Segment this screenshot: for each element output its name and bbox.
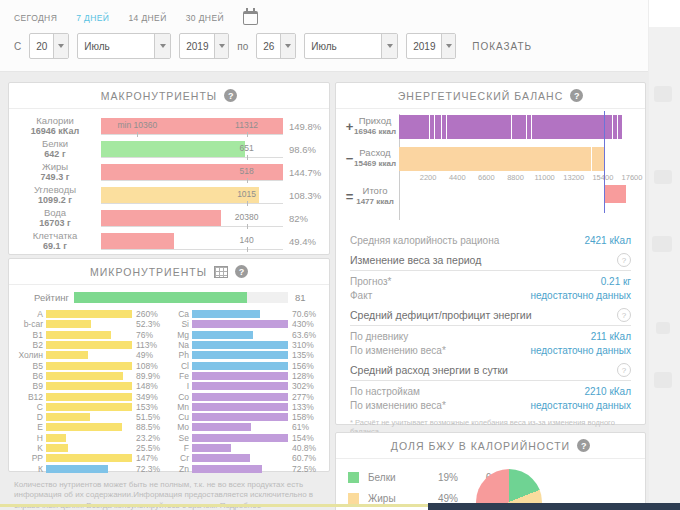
from-year-select[interactable]: 2019 xyxy=(179,33,229,59)
micronutrient-bar-track xyxy=(192,403,288,411)
watermark-icon xyxy=(656,322,670,334)
help-icon[interactable]: ? xyxy=(577,439,590,452)
to-month-value: Июль xyxy=(305,34,381,58)
macro-row: Белки642 г65198.6% xyxy=(9,138,329,161)
calendar-icon[interactable] xyxy=(243,11,258,25)
micronutrient-percent: 153% xyxy=(136,402,169,412)
micronutrient-percent: 113% xyxy=(136,340,169,350)
macro-norm-tick xyxy=(247,201,248,206)
macro-bar-track: 518 xyxy=(101,164,283,181)
micronutrient-bar-track xyxy=(192,413,288,421)
macro-percent: 108.3% xyxy=(287,190,325,201)
period-tabs: СЕГОДНЯ 7 ДНЕЙ 14 ДНЕЙ 30 ДНЕЙ xyxy=(14,11,258,25)
to-day-select[interactable]: 26 xyxy=(256,33,296,59)
micronutrient-bar-track xyxy=(192,434,288,442)
date-range-row: С 20 Июль 2019 по 26 Июль 2019 ПОКАЗАТЬ xyxy=(14,33,532,59)
micronutrient-bar xyxy=(192,351,288,359)
micronutrient-bar-track xyxy=(46,351,132,359)
chevron-down-icon xyxy=(381,34,397,58)
micronutrient-bar-track xyxy=(46,413,132,421)
macro-label: Вода16703 г xyxy=(13,208,97,228)
stat-section-header: Изменение веса за период? xyxy=(350,253,631,271)
bar-separator xyxy=(591,147,592,171)
show-button[interactable]: ПОКАЗАТЬ xyxy=(472,41,532,52)
tab-30-days[interactable]: 30 ДНЕЙ xyxy=(186,13,224,23)
micronutrient-row: b-car52.3% xyxy=(13,319,169,329)
micronutrient-row: B689.9% xyxy=(13,371,169,381)
micronutrient-name: D xyxy=(13,412,46,422)
to-year-select[interactable]: 2019 xyxy=(406,33,456,59)
side-widget-corner xyxy=(649,0,680,27)
stat-row: По настройкам2210 кКал xyxy=(336,384,645,398)
micronutrient-bar xyxy=(46,465,108,473)
macro-norm-tick xyxy=(247,224,248,229)
macro-norm-label: 140 xyxy=(240,235,254,245)
micronutrient-bar xyxy=(46,341,132,349)
micronutrient-percent: 49% xyxy=(136,350,169,360)
micronutrient-bar xyxy=(192,320,288,328)
tab-today[interactable]: СЕГОДНЯ xyxy=(14,13,57,23)
micronutrient-bar xyxy=(192,434,288,442)
micronutrient-name: I xyxy=(169,381,192,391)
micronutrient-bar xyxy=(46,444,68,452)
tab-7-days[interactable]: 7 ДНЕЙ xyxy=(76,13,109,23)
micronutrients-header: МИКРОНУТРИЕНТЫ ? xyxy=(9,259,329,285)
from-month-select[interactable]: Июль xyxy=(77,33,171,59)
micronutrient-row: I302% xyxy=(169,381,325,391)
bar-separator xyxy=(446,115,447,139)
energy-bar xyxy=(399,147,604,171)
bar-separator xyxy=(441,115,442,139)
watermark-icon xyxy=(652,236,672,252)
table-icon[interactable] xyxy=(214,266,228,278)
from-day-select[interactable]: 20 xyxy=(29,33,69,59)
micronutrient-name: Na xyxy=(169,340,192,350)
micronutrient-name: Fe xyxy=(169,371,192,381)
micronutrient-bar xyxy=(192,413,288,421)
micronutrient-name: K xyxy=(13,443,46,453)
micronutrient-row: Co277% xyxy=(169,391,325,401)
micronutrient-percent: 40.8% xyxy=(292,443,325,453)
micronutrient-bar xyxy=(46,413,90,421)
macro-row: Углеводы1099.2 г1015108.3% xyxy=(9,184,329,207)
energy-bar xyxy=(399,115,623,139)
micronutrient-percent: 108% xyxy=(136,361,169,371)
help-icon[interactable]: ? xyxy=(224,89,237,102)
stat-label: Прогноз* xyxy=(350,276,391,287)
micronutrient-name: Cl xyxy=(169,361,192,371)
micronutrient-bar xyxy=(46,393,132,401)
help-icon[interactable]: ? xyxy=(570,89,583,102)
macro-row: Калории16946 кКалmin 1036011312149.8% xyxy=(9,115,329,138)
stat-label: По изменению веса* xyxy=(350,345,446,356)
watermark-icon xyxy=(654,170,672,184)
macro-baseline xyxy=(101,157,283,158)
micronutrient-row: B176% xyxy=(13,330,169,340)
micronutrient-name: Zn xyxy=(169,464,192,474)
stat-row: Прогноз*0.21 кг xyxy=(336,274,645,288)
micronutrient-percent: 158% xyxy=(292,412,325,422)
from-day-value: 20 xyxy=(30,34,53,58)
chevron-down-icon xyxy=(280,34,295,58)
micronutrient-row: Ph135% xyxy=(169,350,325,360)
to-month-select[interactable]: Июль xyxy=(304,33,398,59)
macro-norm-label: min 10360 xyxy=(118,120,158,130)
help-icon[interactable]: ? xyxy=(617,308,631,322)
micronutrient-row: Fe128% xyxy=(169,371,325,381)
micronutrient-percent: 277% xyxy=(292,392,325,402)
axis-tick-label: 11000 xyxy=(534,173,554,182)
micronutrient-row: B12349% xyxy=(13,391,169,401)
micronutrient-bar xyxy=(46,331,111,339)
stat-value: 2421 кКал xyxy=(584,235,631,246)
help-icon[interactable]: ? xyxy=(617,253,631,267)
micronutrient-name: PP xyxy=(13,453,46,463)
micronutrient-row: Mo61% xyxy=(169,422,325,432)
micronutrient-name: B6 xyxy=(13,371,46,381)
help-icon[interactable]: ? xyxy=(235,265,248,278)
watermark-icon xyxy=(654,372,672,388)
bottom-dark-strip xyxy=(428,503,680,510)
micronutrient-row: B2113% xyxy=(13,340,169,350)
micronutrient-row: Zn72.5% xyxy=(169,463,325,473)
stat-value: недостаточно данных xyxy=(530,400,631,411)
help-icon[interactable]: ? xyxy=(617,363,631,377)
tab-14-days[interactable]: 14 ДНЕЙ xyxy=(128,13,166,23)
macro-bar-track: 20380 xyxy=(101,210,283,227)
